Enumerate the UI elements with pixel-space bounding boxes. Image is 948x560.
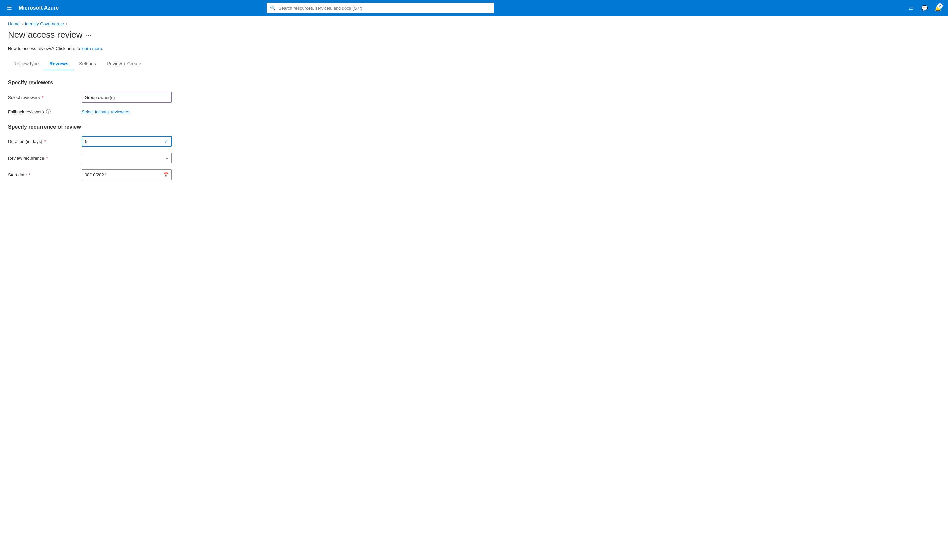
breadcrumb-home[interactable]: Home <box>8 22 20 26</box>
topnav-icons: ▭ 💬 🔔 2 <box>905 2 944 14</box>
specify-reviewers-title: Specify reviewers <box>8 80 940 86</box>
search-icon: 🔍 <box>270 5 276 11</box>
duration-label: Duration (in days) * <box>8 139 82 144</box>
duration-row: Duration (in days) * ✓ <box>8 136 940 146</box>
tab-bar: Review type Reviews Settings Review + Cr… <box>8 58 940 71</box>
specify-recurrence-section: Specify recurrence of review Duration (i… <box>8 124 940 180</box>
hamburger-menu[interactable]: ☰ <box>4 2 15 14</box>
info-text: New to access reviews? Click here to lea… <box>8 46 940 51</box>
calendar-icon[interactable]: 📅 <box>164 172 169 177</box>
required-star-recurrence: * <box>46 155 48 161</box>
feedback-icon[interactable]: 💬 <box>919 2 931 14</box>
start-date-label: Start date * <box>8 172 82 177</box>
page-title: New access review <box>8 30 83 40</box>
required-star-start-date: * <box>29 172 31 177</box>
required-star-duration: * <box>45 139 46 144</box>
info-icon-fallback[interactable]: ⓘ <box>46 109 51 115</box>
review-recurrence-label: Review recurrence * <box>8 155 82 161</box>
select-reviewers-value: Group owner(s) <box>85 95 165 100</box>
breadcrumb-identity-governance[interactable]: Identity Governance <box>25 22 64 26</box>
breadcrumb-sep-2: › <box>66 22 67 26</box>
top-navigation: ☰ Microsoft Azure 🔍 ▭ 💬 🔔 2 <box>0 0 948 16</box>
select-reviewers-dropdown[interactable]: Group owner(s) ⌄ <box>82 92 172 103</box>
search-container: 🔍 <box>267 3 494 13</box>
review-recurrence-dropdown[interactable]: ⌄ <box>82 152 172 163</box>
specify-reviewers-section: Specify reviewers Select reviewers * Gro… <box>8 80 940 115</box>
notifications-icon[interactable]: 🔔 2 <box>932 2 944 14</box>
duration-input[interactable] <box>85 139 164 144</box>
check-icon: ✓ <box>164 138 168 144</box>
page-title-more-button[interactable]: ··· <box>86 31 92 39</box>
select-reviewers-label: Select reviewers * <box>8 95 82 100</box>
fallback-reviewers-row: Fallback reviewers ⓘ Select fallback rev… <box>8 109 940 115</box>
start-date-value: 08/10/2021 <box>85 172 106 177</box>
page-content: Home › Identity Governance › New access … <box>0 16 948 191</box>
breadcrumb: Home › Identity Governance › <box>8 22 940 26</box>
notification-badge: 2 <box>937 3 943 9</box>
tab-review-type[interactable]: Review type <box>8 58 44 71</box>
start-date-row: Start date * 08/10/2021 📅 <box>8 169 940 180</box>
breadcrumb-sep-1: › <box>22 22 23 26</box>
review-recurrence-row: Review recurrence * ⌄ <box>8 152 940 163</box>
portal-settings-icon[interactable]: ▭ <box>905 2 917 14</box>
start-date-input-wrap: 08/10/2021 📅 <box>82 169 172 180</box>
search-input[interactable] <box>267 3 494 13</box>
brand-name: Microsoft Azure <box>19 5 59 11</box>
select-reviewers-row: Select reviewers * Group owner(s) ⌄ <box>8 92 940 103</box>
learn-more-link[interactable]: learn more. <box>81 46 103 51</box>
fallback-reviewers-label: Fallback reviewers ⓘ <box>8 109 82 115</box>
tab-settings[interactable]: Settings <box>74 58 101 71</box>
page-title-row: New access review ··· <box>8 30 940 40</box>
chevron-down-icon: ⌄ <box>165 95 169 100</box>
tab-reviews[interactable]: Reviews <box>44 58 74 71</box>
chevron-down-icon-recurrence: ⌄ <box>165 155 169 160</box>
tab-review-create[interactable]: Review + Create <box>101 58 147 71</box>
specify-recurrence-title: Specify recurrence of review <box>8 124 940 130</box>
info-text-prefix: New to access reviews? Click here to <box>8 46 81 51</box>
duration-input-wrap: ✓ <box>82 136 172 146</box>
required-star-reviewers: * <box>42 95 43 100</box>
select-fallback-reviewers-button[interactable]: Select fallback reviewers <box>82 109 130 114</box>
